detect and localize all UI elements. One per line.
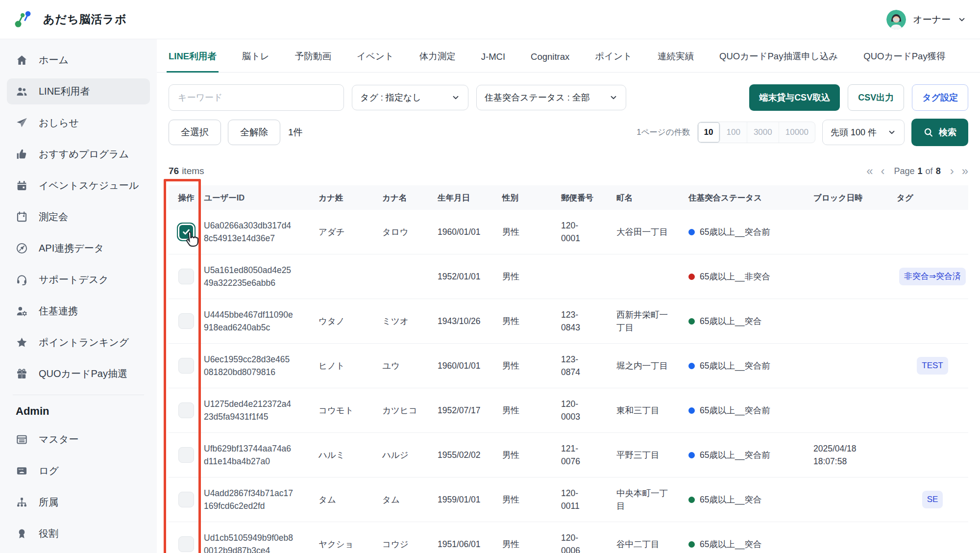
birth-date-cell: 1960/01/01 — [438, 226, 502, 238]
sidebar-item[interactable]: マスター — [7, 427, 150, 452]
per-page-option[interactable]: 100 — [720, 122, 747, 143]
sidebar-item[interactable]: ログ — [7, 458, 150, 484]
sidebar-item[interactable]: 所属 — [7, 489, 150, 515]
deselect-all-button[interactable]: 全解除 — [228, 120, 280, 145]
tag-filter-select[interactable]: タグ : 指定なし — [352, 85, 468, 110]
chevron-down-icon — [609, 93, 618, 102]
star-icon — [16, 336, 28, 349]
tag-settings-button[interactable]: タグ設定 — [912, 84, 968, 111]
tab-脳トレ[interactable]: 脳トレ — [242, 50, 270, 72]
gender-cell: 男性 — [502, 315, 561, 327]
status-filter-select[interactable]: 住基突合ステータス : 全部 — [476, 85, 626, 110]
user-id-cell: U6a0266a303db317d48c54913e14d36e7 — [204, 219, 318, 245]
sidebar-item[interactable]: イベントスケジュール — [7, 173, 150, 199]
sidebar-item[interactable]: API連携データ — [7, 235, 150, 261]
row-checkbox[interactable] — [178, 402, 194, 418]
sidebar-item-label: 所属 — [39, 496, 58, 509]
selected-count: 1件 — [288, 126, 303, 139]
user-menu[interactable]: オーナー — [886, 10, 966, 29]
status-cell: 65歳以上__突合前 — [688, 449, 813, 461]
tab-ポイント[interactable]: ポイント — [595, 50, 632, 72]
row-checkbox[interactable] — [178, 313, 194, 329]
users-table: 操作ユーザーIDカナ姓カナ名生年月日性別郵便番号町名住基突合ステータスブロック日… — [169, 185, 968, 553]
tab-Cognitrax[interactable]: Cognitrax — [531, 51, 569, 72]
tab-予防動画[interactable]: 予防動画 — [295, 50, 331, 72]
sidebar-item[interactable]: おしらせ — [7, 110, 150, 136]
tab-QUOカードPay抽選申し込み[interactable]: QUOカードPay抽選申し込み — [719, 50, 838, 72]
column-header: 操作 — [169, 192, 204, 204]
search-button[interactable]: 検索 — [911, 119, 968, 146]
last-page-button[interactable]: » — [962, 165, 968, 177]
sidebar-item[interactable]: 役割 — [7, 521, 150, 547]
tab-QUOカードPay獲得[interactable]: QUOカードPay獲得 — [863, 50, 945, 72]
csv-import-button[interactable]: 端末貸与CSV取込 — [749, 84, 840, 111]
headset-icon — [16, 274, 28, 286]
app-logo-icon — [14, 9, 34, 30]
gender-cell: 男性 — [502, 404, 561, 417]
row-action-cell — [169, 447, 204, 463]
csv-export-button[interactable]: CSV出力 — [848, 84, 904, 111]
table-meta-row: 76items « ‹ Page1of8 › » — [169, 164, 968, 178]
sidebar-item-label: マスター — [39, 433, 78, 446]
items-count-number: 76 — [169, 166, 179, 176]
kana-last-cell: アダチ — [318, 226, 382, 238]
per-page-option[interactable]: 10 — [698, 122, 720, 143]
table-row: U4add2867f34b71ac17169fcd6c2ed2fdタムタム195… — [169, 478, 968, 522]
tab-イベント[interactable]: イベント — [357, 50, 394, 72]
table-row: Ufb629bf13744aa74a6d11e14ba4b27a0ハルミハルジ1… — [169, 433, 968, 478]
fetch-limit-value: 先頭 100 件 — [831, 126, 877, 138]
row-action-cell — [169, 358, 204, 374]
row-action-cell — [169, 492, 204, 507]
column-header: ユーザーID — [204, 192, 318, 204]
fetch-limit-select[interactable]: 先頭 100 件 — [822, 120, 905, 145]
birth-date-cell: 1952/07/17 — [438, 404, 502, 417]
status-cell: 65歳以上__突合 — [688, 538, 813, 551]
sidebar: ホームLINE利用者おしらせおすすめプログラムイベントスケジュール測定会API連… — [0, 39, 157, 553]
sidebar-item-label: ホーム — [39, 53, 69, 67]
status-label: 65歳以上__突合 — [700, 315, 761, 327]
postal-code-cell: 123-0874 — [561, 353, 616, 379]
gender-cell: 男性 — [502, 359, 561, 372]
sidebar-divider — [13, 395, 144, 395]
sidebar-item[interactable]: 測定会 — [7, 204, 150, 230]
first-page-button[interactable]: « — [866, 165, 873, 177]
row-checkbox[interactable] — [178, 492, 194, 507]
tab-体力測定[interactable]: 体力測定 — [419, 50, 456, 72]
next-page-button[interactable]: › — [950, 165, 954, 177]
sidebar-item[interactable]: 住基連携 — [7, 298, 150, 324]
user-id-cell: Ud1cb5105949b9f0eb80012b9d87b3ce4 — [204, 531, 318, 553]
users-icon — [16, 85, 28, 98]
sidebar-item[interactable]: サポートデスク — [7, 267, 150, 293]
sidebar-item[interactable]: ポイントランキング — [7, 329, 150, 355]
row-checkbox[interactable] — [178, 447, 194, 463]
birth-date-cell: 1960/01/01 — [438, 359, 502, 372]
per-page-option[interactable]: 3000 — [747, 122, 779, 143]
select-all-button[interactable]: 全選択 — [169, 120, 221, 145]
row-action-cell — [169, 402, 204, 418]
town-cell: 大谷田一丁目 — [616, 226, 688, 238]
badge-icon — [16, 528, 28, 540]
sidebar-item[interactable]: QUOカードPay抽選 — [7, 361, 150, 387]
sitemap-icon — [16, 496, 28, 508]
home-icon — [16, 54, 28, 66]
kana-first-cell: タロウ — [382, 226, 438, 238]
row-checkbox[interactable] — [178, 358, 194, 374]
sidebar-item[interactable]: LINE利用者 — [7, 78, 150, 104]
sidebar-item[interactable]: おすすめプログラム — [7, 141, 150, 167]
per-page-option[interactable]: 10000 — [779, 122, 815, 143]
row-checkbox[interactable] — [178, 536, 194, 552]
tab-連続実績[interactable]: 連続実績 — [658, 50, 694, 72]
blocked-at-cell: 2025/04/18 18:07:58 — [813, 442, 897, 468]
keyword-input[interactable] — [169, 84, 344, 111]
admin-section-label: Admin — [16, 405, 141, 418]
table-header-row: 操作ユーザーIDカナ姓カナ名生年月日性別郵便番号町名住基突合ステータスブロック日… — [169, 185, 968, 210]
gender-cell: 男性 — [502, 270, 561, 283]
row-checkbox[interactable] — [178, 269, 194, 284]
prev-page-button[interactable]: ‹ — [881, 165, 885, 177]
sidebar-item[interactable]: ホーム — [7, 47, 150, 73]
kana-first-cell: コウジ — [382, 538, 438, 551]
tab-LINE利用者[interactable]: LINE利用者 — [169, 50, 217, 72]
sidebar-item-label: API連携データ — [39, 242, 104, 255]
tag-pill: 非突合⇒突合済 — [899, 268, 966, 285]
tab-J-MCI[interactable]: J-MCI — [481, 51, 505, 72]
